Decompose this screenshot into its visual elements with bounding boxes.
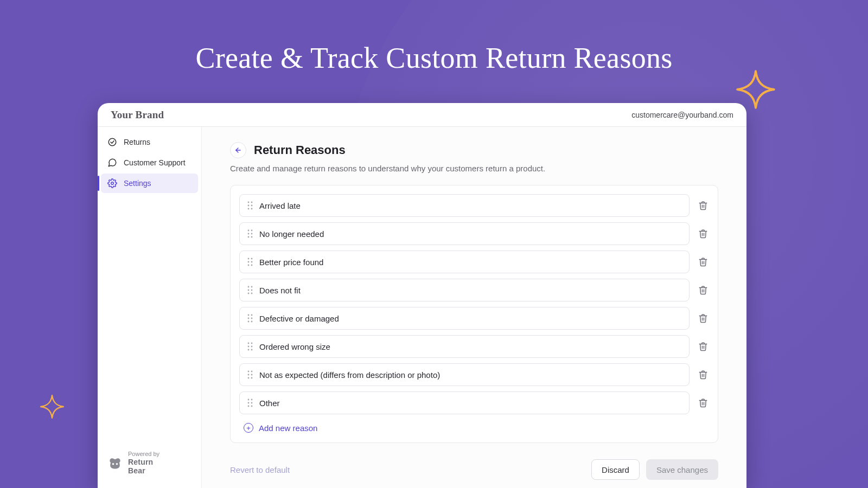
reason-row: Other xyxy=(239,391,709,414)
svg-point-44 xyxy=(251,377,253,379)
svg-point-0 xyxy=(108,138,116,146)
svg-point-14 xyxy=(251,236,253,238)
svg-point-11 xyxy=(248,233,250,235)
reason-input[interactable]: Not as expected (differs from descriptio… xyxy=(239,363,690,386)
returnbear-logo-icon xyxy=(107,455,123,471)
reason-row: Defective or damaged xyxy=(239,307,709,330)
app-body: Returns Customer Support Settings xyxy=(98,127,746,488)
svg-point-31 xyxy=(248,321,250,323)
svg-point-35 xyxy=(248,346,250,348)
delete-reason-button[interactable] xyxy=(697,284,709,296)
svg-point-6 xyxy=(251,205,253,207)
sidebar-item-settings[interactable]: Settings xyxy=(101,174,198,193)
svg-point-7 xyxy=(248,208,250,210)
svg-point-49 xyxy=(248,406,250,407)
sparkle-icon xyxy=(39,394,65,420)
reason-row: Arrived late xyxy=(239,194,709,217)
svg-point-20 xyxy=(251,265,253,266)
sidebar-item-customer-support[interactable]: Customer Support xyxy=(101,153,198,172)
reason-text: Ordered wrong size xyxy=(259,342,330,351)
svg-point-42 xyxy=(251,374,253,376)
svg-point-21 xyxy=(248,286,250,288)
svg-point-22 xyxy=(251,286,253,288)
svg-point-25 xyxy=(248,293,250,294)
reason-row: Not as expected (differs from descriptio… xyxy=(239,363,709,386)
svg-point-34 xyxy=(251,343,253,344)
reason-input[interactable]: Other xyxy=(239,391,690,414)
svg-point-13 xyxy=(248,236,250,238)
reasons-card: Arrived lateNo longer neededBetter price… xyxy=(230,185,718,443)
drag-handle-icon[interactable] xyxy=(247,399,253,407)
drag-handle-icon[interactable] xyxy=(247,286,253,294)
add-reason-button[interactable]: + Add new reason xyxy=(239,420,709,433)
svg-point-5 xyxy=(248,205,250,207)
delete-reason-button[interactable] xyxy=(697,369,709,381)
svg-point-43 xyxy=(248,377,250,379)
reason-text: No longer needed xyxy=(259,229,324,239)
svg-point-45 xyxy=(248,399,250,401)
delete-reason-button[interactable] xyxy=(697,200,709,211)
drag-handle-icon[interactable] xyxy=(247,258,253,266)
plus-circle-icon: + xyxy=(244,423,253,433)
reason-input[interactable]: Arrived late xyxy=(239,194,690,217)
account-email[interactable]: customercare@yourband.com xyxy=(631,111,733,119)
reason-text: Arrived late xyxy=(259,201,301,210)
reason-input[interactable]: Ordered wrong size xyxy=(239,335,690,358)
svg-point-15 xyxy=(248,258,250,260)
svg-point-30 xyxy=(251,318,253,319)
svg-point-10 xyxy=(251,230,253,232)
reason-text: Does not fit xyxy=(259,286,301,295)
reason-row: Ordered wrong size xyxy=(239,335,709,358)
reason-input[interactable]: No longer needed xyxy=(239,222,690,245)
svg-point-38 xyxy=(251,349,253,351)
drag-handle-icon[interactable] xyxy=(247,229,253,238)
delete-reason-button[interactable] xyxy=(697,312,709,324)
reason-text: Other xyxy=(259,399,280,408)
app-window: Your Brand customercare@yourband.com Ret… xyxy=(98,103,746,488)
stage: Create & Track Custom Return Reasons You… xyxy=(0,0,868,488)
delete-reason-button[interactable] xyxy=(697,228,709,240)
svg-point-1 xyxy=(111,182,114,185)
delete-reason-button[interactable] xyxy=(697,256,709,268)
powered-by-name: ReturnBear xyxy=(128,458,159,475)
sidebar-item-returns[interactable]: Returns xyxy=(101,132,198,152)
drag-handle-icon[interactable] xyxy=(247,342,253,351)
svg-point-23 xyxy=(248,290,250,291)
reason-text: Better price found xyxy=(259,258,323,267)
svg-point-37 xyxy=(248,349,250,351)
svg-point-12 xyxy=(251,233,253,235)
page-subtitle: Create and manage return reasons to unde… xyxy=(230,164,718,173)
svg-point-27 xyxy=(248,314,250,316)
drag-handle-icon[interactable] xyxy=(247,314,253,323)
gear-icon xyxy=(107,178,117,188)
svg-point-48 xyxy=(251,402,253,404)
svg-point-17 xyxy=(248,261,250,263)
back-button[interactable] xyxy=(230,142,246,158)
save-changes-button[interactable]: Save changes xyxy=(646,459,718,480)
page-title: Return Reasons xyxy=(254,143,346,157)
powered-by-label: Powered by xyxy=(128,451,159,457)
reason-input[interactable]: Does not fit xyxy=(239,279,690,301)
svg-point-18 xyxy=(251,261,253,263)
arrow-left-icon xyxy=(234,146,242,154)
revert-default-link[interactable]: Revert to default xyxy=(230,465,290,474)
sidebar-item-label: Customer Support xyxy=(124,158,186,167)
delete-reason-button[interactable] xyxy=(697,397,709,409)
reason-input[interactable]: Defective or damaged xyxy=(239,307,690,330)
drag-handle-icon[interactable] xyxy=(247,370,253,379)
svg-point-50 xyxy=(251,406,253,407)
svg-point-40 xyxy=(251,371,253,373)
svg-point-9 xyxy=(248,230,250,232)
reason-input[interactable]: Better price found xyxy=(239,251,690,273)
hero-title: Create & Track Custom Return Reasons xyxy=(0,41,868,75)
svg-point-47 xyxy=(248,402,250,404)
sidebar: Returns Customer Support Settings xyxy=(98,127,202,488)
svg-point-26 xyxy=(251,293,253,294)
sidebar-nav: Returns Customer Support Settings xyxy=(101,132,198,193)
discard-button[interactable]: Discard xyxy=(591,459,640,480)
actions-bar: Revert to default Discard Save changes xyxy=(230,459,718,480)
svg-point-29 xyxy=(248,318,250,319)
drag-handle-icon[interactable] xyxy=(247,201,253,210)
delete-reason-button[interactable] xyxy=(697,341,709,352)
svg-point-32 xyxy=(251,321,253,323)
